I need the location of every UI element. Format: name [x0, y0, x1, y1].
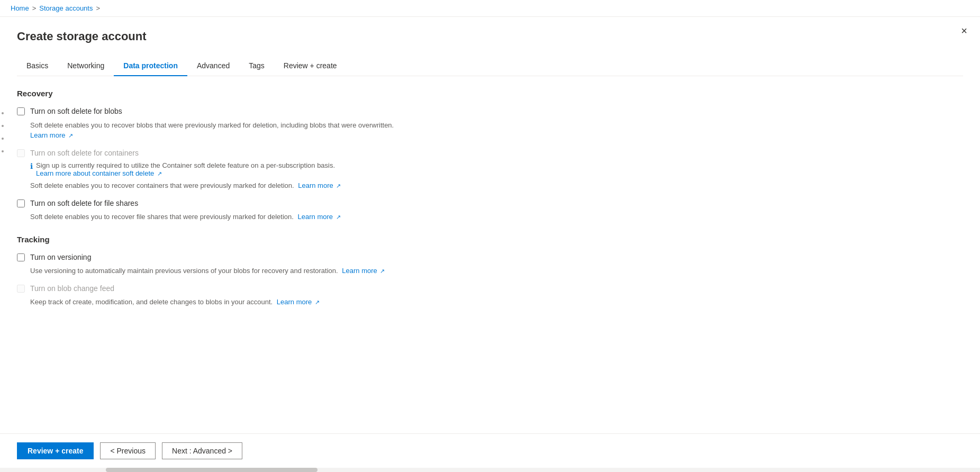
tab-networking[interactable]: Networking	[58, 56, 114, 76]
soft-delete-containers-learn-more[interactable]: Learn more ↗	[298, 181, 341, 189]
breadcrumb-sep-1: >	[32, 4, 37, 12]
panel-dot-4	[2, 150, 4, 152]
panel-dot-2	[2, 125, 4, 127]
soft-delete-containers-row: Turn on soft delete for containers	[17, 148, 963, 159]
left-panel	[0, 17, 5, 433]
page-title: Create storage account	[17, 30, 963, 43]
tab-review-create[interactable]: Review + create	[274, 56, 347, 76]
scrollbar-thumb[interactable]	[106, 468, 317, 472]
review-create-button[interactable]: Review + create	[17, 442, 94, 459]
soft-delete-file-shares-checkbox[interactable]	[17, 199, 25, 207]
versioning-learn-more[interactable]: Learn more ↗	[342, 267, 385, 275]
versioning-checkbox[interactable]	[17, 253, 25, 261]
containers-info-text: Sign up is currently required to utilize…	[36, 161, 335, 177]
next-button[interactable]: Next : Advanced >	[162, 442, 242, 459]
soft-delete-blobs-description: Soft delete enables you to recover blobs…	[30, 120, 963, 141]
learn-more-icon-1: ↗	[68, 132, 73, 139]
versioning-row: Turn on versioning	[17, 252, 963, 263]
breadcrumb: Home > Storage accounts >	[0, 0, 980, 17]
panel-dot-1	[2, 112, 4, 114]
recovery-section-header: Recovery	[17, 89, 963, 98]
soft-delete-file-shares-label[interactable]: Turn on soft delete for file shares	[30, 198, 138, 209]
main-content: × Create storage account Basics Networki…	[0, 17, 980, 433]
footer: Review + create < Previous Next : Advanc…	[0, 433, 980, 468]
blob-change-feed-label: Turn on blob change feed	[30, 284, 114, 294]
soft-delete-blobs-learn-more[interactable]: Learn more ↗	[30, 131, 73, 139]
tab-tags[interactable]: Tags	[239, 56, 274, 76]
soft-delete-file-shares-learn-more[interactable]: Learn more ↗	[298, 213, 341, 221]
tab-data-protection[interactable]: Data protection	[114, 56, 187, 76]
blob-change-feed-learn-more[interactable]: Learn more ↗	[277, 298, 320, 306]
soft-delete-containers-description: Soft delete enables you to recover conta…	[30, 180, 963, 191]
breadcrumb-storage-accounts[interactable]: Storage accounts	[39, 4, 93, 12]
soft-delete-blobs-checkbox[interactable]	[17, 107, 25, 115]
container-soft-delete-learn-more-link[interactable]: Learn more about container soft delete ↗	[36, 169, 162, 177]
tracking-section: Tracking Turn on versioning Use versioni…	[17, 235, 963, 307]
soft-delete-blobs-row: Turn on soft delete for blobs	[17, 106, 963, 117]
previous-button[interactable]: < Previous	[100, 442, 156, 459]
page-wrapper: Home > Storage accounts > × Create stora…	[0, 0, 980, 472]
soft-delete-file-shares-row: Turn on soft delete for file shares	[17, 198, 963, 209]
soft-delete-containers-checkbox[interactable]	[17, 149, 25, 157]
versioning-label[interactable]: Turn on versioning	[30, 252, 91, 263]
tracking-section-header: Tracking	[17, 235, 963, 244]
panel-dot-3	[2, 138, 4, 140]
tab-advanced[interactable]: Advanced	[187, 56, 239, 76]
blob-change-feed-description: Keep track of create, modification, and …	[30, 297, 963, 307]
blob-change-feed-row: Turn on blob change feed	[17, 284, 963, 294]
breadcrumb-home[interactable]: Home	[11, 4, 29, 12]
blob-change-feed-checkbox[interactable]	[17, 285, 25, 293]
scrollbar-track	[0, 468, 980, 472]
soft-delete-containers-label: Turn on soft delete for containers	[30, 148, 139, 159]
learn-more-icon-3: ↗	[336, 183, 341, 189]
containers-info-message: ℹ Sign up is currently required to utili…	[30, 161, 963, 177]
soft-delete-blobs-label[interactable]: Turn on soft delete for blobs	[30, 106, 122, 117]
recovery-section: Recovery Turn on soft delete for blobs S…	[17, 89, 963, 222]
tabs-container: Basics Networking Data protection Advanc…	[17, 56, 963, 76]
learn-more-icon-6: ↗	[315, 299, 320, 305]
learn-more-icon-5: ↗	[380, 268, 385, 274]
versioning-description: Use versioning to automatically maintain…	[30, 266, 963, 276]
close-button[interactable]: ×	[961, 25, 967, 36]
learn-more-icon-4: ↗	[336, 214, 341, 220]
learn-more-icon-2: ↗	[157, 170, 162, 177]
breadcrumb-sep-2: >	[96, 4, 100, 12]
soft-delete-file-shares-description: Soft delete enables you to recover file …	[30, 212, 963, 222]
info-icon: ℹ	[30, 162, 33, 170]
tab-basics[interactable]: Basics	[17, 56, 58, 76]
